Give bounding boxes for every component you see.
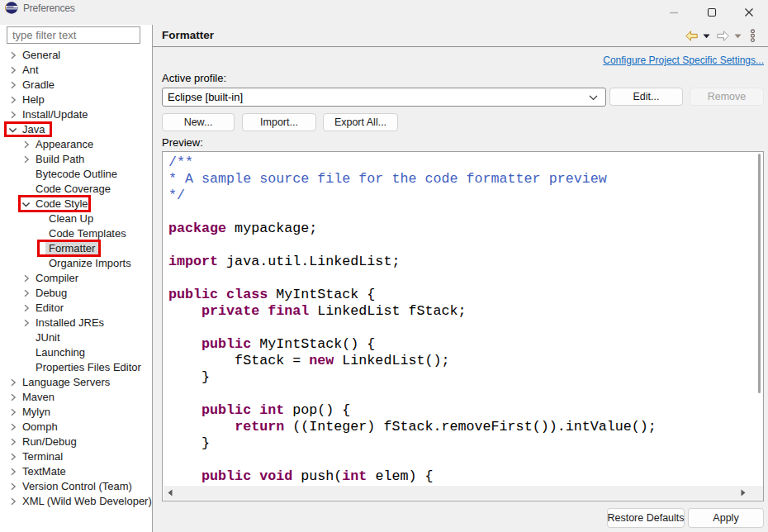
chevron-down-icon[interactable] <box>20 197 32 211</box>
code-line: } <box>168 369 657 386</box>
chevron-right-icon[interactable] <box>20 301 32 316</box>
horizontal-scrollbar[interactable] <box>164 486 764 500</box>
tree-item-appearance[interactable]: Appearance <box>0 137 152 152</box>
chevron-right-icon[interactable] <box>20 137 32 152</box>
forward-arrow-icon[interactable] <box>717 31 729 41</box>
tree-item-mylyn[interactable]: Mylyn <box>0 405 152 420</box>
eclipse-logo-icon <box>5 2 18 14</box>
chevron-right-icon[interactable] <box>7 78 19 93</box>
tree-item-organize-imports[interactable]: Organize Imports <box>0 256 152 271</box>
chevron-spacer <box>20 360 32 375</box>
tree-item-label: XML (Wild Web Developer) <box>19 494 155 509</box>
tree-item-terminal[interactable]: Terminal <box>0 449 152 464</box>
tree-item-version-control-team[interactable]: Version Control (Team) <box>0 479 152 494</box>
maximize-button[interactable] <box>693 0 731 25</box>
tree-item-oomph[interactable]: Oomph <box>0 420 152 435</box>
tree-item-code-style[interactable]: Code Style <box>0 197 152 211</box>
tree-item-install-update[interactable]: Install/Update <box>0 107 152 122</box>
tree-item-label: Bytecode Outline <box>32 167 121 182</box>
chevron-spacer <box>20 330 32 345</box>
chevron-right-icon[interactable] <box>7 375 19 390</box>
tree-item-formatter[interactable]: Formatter <box>0 241 152 256</box>
tree-item-properties-files-editor[interactable]: Properties Files Editor <box>0 360 152 375</box>
chevron-right-icon[interactable] <box>7 494 19 509</box>
configure-project-settings-link[interactable]: Configure Project Specific Settings... <box>603 55 764 66</box>
tree-item-build-path[interactable]: Build Path <box>0 152 152 167</box>
tree-item-label: Mylyn <box>19 405 54 420</box>
tree-item-label: Clean Up <box>45 211 97 226</box>
scroll-right-icon[interactable] <box>741 489 746 496</box>
tree-item-label: Oomph <box>19 420 61 435</box>
tree-item-code-templates[interactable]: Code Templates <box>0 226 152 241</box>
tree-item-debug[interactable]: Debug <box>0 286 152 301</box>
chevron-right-icon[interactable] <box>7 479 19 494</box>
tree-item-installed-jres[interactable]: Installed JREs <box>0 316 152 330</box>
tree-item-xml-wild-web-developer[interactable]: XML (Wild Web Developer) <box>0 494 152 509</box>
chevron-right-icon[interactable] <box>20 152 32 167</box>
scroll-left-icon[interactable] <box>168 489 173 496</box>
vertical-scrollbar-thumb[interactable] <box>758 154 761 393</box>
code-line: public void push(int elem) { <box>168 468 657 485</box>
tree-item-label: Terminal <box>19 449 66 464</box>
chevron-right-icon[interactable] <box>7 435 19 449</box>
filter-input[interactable] <box>7 26 140 44</box>
chevron-right-icon[interactable] <box>7 420 19 435</box>
tree-item-general[interactable]: General <box>0 48 152 63</box>
tree-item-label: Java <box>19 122 48 137</box>
tree-item-bytecode-outline[interactable]: Bytecode Outline <box>0 167 152 182</box>
export-all-button[interactable]: Export All... <box>323 113 398 131</box>
chevron-right-icon[interactable] <box>20 286 32 301</box>
chevron-right-icon[interactable] <box>7 449 19 464</box>
minimize-button[interactable] <box>655 0 693 25</box>
tree-item-textmate[interactable]: TextMate <box>0 464 152 479</box>
new-button[interactable]: New... <box>162 113 235 131</box>
chevron-spacer <box>33 211 45 226</box>
restore-defaults-button[interactable]: Restore Defaults <box>607 508 685 528</box>
chevron-right-icon[interactable] <box>7 48 19 63</box>
chevron-right-icon[interactable] <box>7 390 19 405</box>
tree-item-launching[interactable]: Launching <box>0 345 152 360</box>
tree-item-compiler[interactable]: Compiler <box>0 271 152 286</box>
tree-item-java[interactable]: Java <box>0 122 152 137</box>
chevron-right-icon[interactable] <box>7 107 19 122</box>
back-history-caret-icon[interactable] <box>703 34 710 39</box>
tree-item-label: Gradle <box>19 78 58 93</box>
tree-item-label: Properties Files Editor <box>32 360 145 375</box>
tree-item-language-servers[interactable]: Language Servers <box>0 375 152 390</box>
profile-select[interactable]: Eclipse [built-in] <box>162 88 606 107</box>
code-line: /** <box>168 154 657 171</box>
back-arrow-icon[interactable] <box>685 31 698 41</box>
chevron-right-icon[interactable] <box>20 271 32 286</box>
chevron-right-icon[interactable] <box>7 63 19 78</box>
tree-item-help[interactable]: Help <box>0 93 152 107</box>
formatter-page: Formatter Configure Project Specific Set… <box>153 25 768 532</box>
tree-item-editor[interactable]: Editor <box>0 301 152 316</box>
chevron-right-icon[interactable] <box>20 316 32 330</box>
tree-item-ant[interactable]: Ant <box>0 63 152 78</box>
page-header: Formatter <box>153 25 768 47</box>
import-button[interactable]: Import... <box>242 113 316 131</box>
chevron-down-icon[interactable] <box>7 122 19 137</box>
code-line <box>168 452 657 468</box>
tree-item-junit[interactable]: JUnit <box>0 330 152 345</box>
edit-button[interactable]: Edit... <box>609 88 683 106</box>
tree-item-run-debug[interactable]: Run/Debug <box>0 435 152 449</box>
tree-item-label: Maven <box>19 390 58 405</box>
close-button[interactable] <box>730 0 768 25</box>
code-line: * A sample source file for the code form… <box>168 171 657 188</box>
tree-item-clean-up[interactable]: Clean Up <box>0 211 152 226</box>
minimize-icon <box>669 7 679 17</box>
chevron-right-icon[interactable] <box>7 464 19 479</box>
chevron-right-icon[interactable] <box>7 405 19 420</box>
view-menu-icon[interactable] <box>749 29 756 43</box>
tree-item-gradle[interactable]: Gradle <box>0 78 152 93</box>
remove-button[interactable]: Remove <box>690 88 764 106</box>
tree-item-maven[interactable]: Maven <box>0 390 152 405</box>
page-title: Formatter <box>162 25 214 46</box>
tree-item-code-coverage[interactable]: Code Coverage <box>0 182 152 197</box>
code-preview: /*** A sample source file for the code f… <box>162 151 764 501</box>
code-line: return ((Integer) fStack.removeFirst()).… <box>168 419 657 435</box>
forward-history-caret-icon[interactable] <box>734 34 742 39</box>
chevron-right-icon[interactable] <box>7 93 19 107</box>
apply-button[interactable]: Apply <box>688 508 764 528</box>
